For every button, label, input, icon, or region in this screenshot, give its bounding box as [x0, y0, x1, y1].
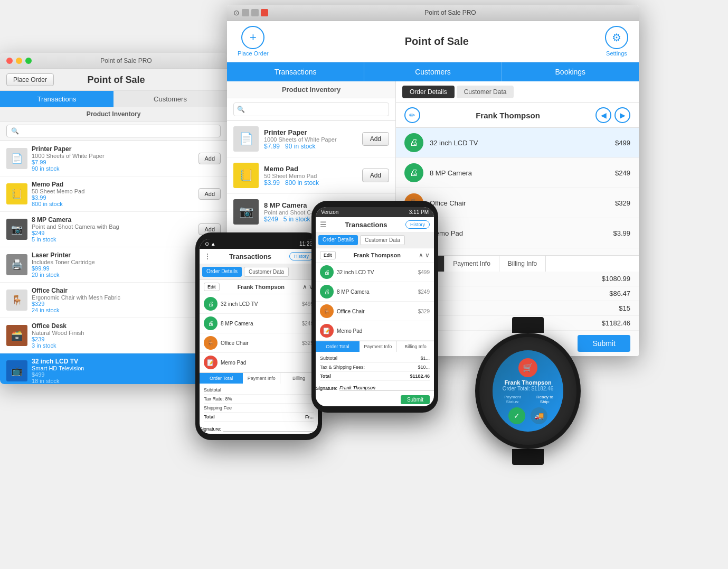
phone-left-order-item-2: 🪑 Office Chair $329 — [200, 333, 318, 353]
phone-right-history-btn[interactable]: History — [405, 220, 430, 229]
phone-left-order-name-1: 8 MP Camera — [221, 321, 299, 327]
desktop-nav-tab-bookings[interactable]: Bookings — [502, 62, 639, 81]
mac-close-btn[interactable] — [6, 58, 13, 64]
desktop-tab-customer-data[interactable]: Customer Data — [457, 86, 514, 98]
phone-right-signature-input[interactable] — [339, 385, 434, 391]
phone-left-edit-btn[interactable]: Edit — [204, 283, 220, 291]
desktop-settings-button[interactable]: ⚙ Settings — [605, 26, 628, 57]
desktop-order-price-0: $499 — [615, 139, 630, 147]
phone-left-screen: ⊙ ▲ 11:23 ⋮ Transactions History Order D… — [200, 239, 318, 434]
phone-right-customer-name: Frank Thompson — [338, 252, 416, 258]
phone-left-tab-payment[interactable]: Payment Info — [243, 373, 280, 384]
desktop-nav-tab-customers[interactable]: Customers — [364, 62, 502, 81]
phone-left-signature-input[interactable] — [223, 426, 318, 432]
phone-right-order-name-0: 32 inch LCD TV — [337, 269, 415, 275]
phone-left-order-name-0: 32 inch LCD TV — [221, 301, 299, 307]
mac-add-btn-1[interactable]: Add — [198, 188, 221, 200]
mac-place-order-button[interactable]: Place Order — [6, 73, 54, 86]
desktop-right-tabs: Order Details Customer Data — [396, 81, 639, 103]
mac-product-desc-3: Includes Toner Cartridge — [32, 259, 194, 265]
phone-right-chevron-up[interactable]: ∧ — [419, 251, 423, 259]
desktop-product-img-2: 📷 — [233, 199, 259, 225]
mac-search-container — [0, 122, 227, 141]
mac-section-header: Product Inventory — [0, 107, 227, 122]
desktop-maximize-btn[interactable] — [251, 9, 259, 16]
desktop-close-btn[interactable] — [261, 9, 268, 16]
phone-right-edit-btn[interactable]: Edit — [320, 251, 336, 259]
mac-maximize-btn[interactable] — [25, 58, 32, 64]
desktop-settings-icon: ⚙ — [605, 26, 628, 49]
phone-left-order-icon-2: 🪑 — [204, 336, 218, 350]
mac-product-name-2: 8 MP Camera — [32, 216, 194, 223]
mac-product-desc-0: 1000 Sheets of White Paper — [32, 153, 194, 159]
phone-left-order-name-2: Office Chair — [221, 340, 299, 346]
phone-left-history-btn[interactable]: History — [289, 252, 314, 260]
phone-right-chevron-down[interactable]: ∨ — [425, 251, 430, 259]
watch-payment-label: Payment Status: — [498, 395, 527, 404]
phone-left-order-icon-3: 📝 — [204, 356, 218, 369]
phone-left-order-name-3: Memo Pad — [221, 360, 310, 366]
mac-product-name-3: Laser Printer — [32, 251, 194, 259]
desktop-prev-customer[interactable]: ◀ — [595, 107, 611, 123]
phone-right-tab-order-total[interactable]: Order Total — [316, 341, 360, 352]
desktop-add-btn-0[interactable]: Add — [362, 132, 389, 146]
phone-right-submit-button[interactable]: Submit — [401, 395, 430, 404]
phone-left-order-item-0: 🖨 32 inch LCD TV $499 — [200, 294, 318, 314]
phone-left-order-icon-1: 🖨 — [204, 316, 218, 330]
phone-left-subtab-customer[interactable]: Customer Data — [244, 267, 289, 277]
desktop-place-order-button[interactable]: + Place Order — [238, 26, 269, 57]
watch-body: 🛒 Frank Thompson Order Total: $1182.46 P… — [475, 333, 581, 449]
desktop-add-btn-1[interactable]: Add — [362, 169, 389, 182]
desktop-tab-order-details[interactable]: Order Details — [402, 86, 455, 98]
phone-right-time: 3:11 PM — [409, 209, 429, 215]
desktop-next-customer[interactable]: ▶ — [614, 107, 630, 123]
desktop-app-title: Point of Sale — [405, 35, 469, 48]
watch-confirm-button[interactable]: ✓ — [508, 407, 525, 424]
phone-right-subtab-customer[interactable]: Customer Data — [360, 235, 405, 245]
phone-left-more-icon[interactable]: ⋮ — [204, 252, 211, 260]
phone-left-tab-order-total[interactable]: Order Total — [200, 373, 243, 384]
phone-right-customer-bar: Edit Frank Thompson ∧ ∨ — [316, 248, 434, 263]
watch-app-icon: 🛒 — [518, 358, 537, 377]
phone-left-bottom-tabs: Order Total Payment Info Billing — [200, 372, 318, 384]
desktop-totals-tab-billing[interactable]: Billing Info — [499, 256, 546, 272]
mac-search-input[interactable] — [6, 125, 221, 137]
phone-right-order-price-0: $499 — [418, 269, 430, 275]
watch-ship-button[interactable]: 🚚 — [531, 407, 547, 424]
phone-right-hamburger-icon[interactable]: ☰ — [320, 220, 327, 229]
phone-left-subtab-order[interactable]: Order Details — [202, 267, 242, 277]
desktop-settings-label: Settings — [606, 50, 627, 57]
desktop-edit-icon[interactable]: ✏ — [404, 107, 420, 123]
phone-left: ⊙ ▲ 11:23 ⋮ Transactions History Order D… — [195, 232, 322, 440]
mac-titlebar: Point of Sale PRO — [0, 53, 227, 69]
phone-left-status-bar: ⊙ ▲ 11:23 — [200, 239, 318, 249]
desktop-nav-tab-transactions[interactable]: Transactions — [227, 62, 364, 81]
phone-right-order-name-1: 8 MP Camera — [337, 289, 415, 295]
desktop-totals-tab-payment[interactable]: Payment Info — [445, 256, 499, 272]
desktop-window-icon: ⊙ — [233, 8, 240, 17]
desktop-search-input[interactable] — [233, 102, 389, 116]
mac-product-item-laser-printer: 🖨️ Laser Printer Includes Toner Cartridg… — [0, 247, 227, 283]
mac-minimize-btn[interactable] — [16, 58, 22, 64]
phone-right-screen: Verizon 3:11 PM ☰ Transactions History O… — [316, 207, 434, 406]
phone-right-tab-billing[interactable]: Billing Info — [397, 341, 434, 352]
phone-right-subtab-order[interactable]: Order Details — [318, 235, 358, 245]
mac-product-price-4: $32924 in stock — [32, 301, 194, 313]
desktop-order-name-3: Memo Pad — [430, 229, 607, 237]
mac-tab-customers[interactable]: Customers — [114, 91, 227, 107]
phone-right-signature-label: Signature: — [316, 386, 337, 391]
desktop-product-desc-1: 50 Sheet Memo Pad — [264, 173, 357, 179]
watch-band-bottom — [512, 449, 544, 465]
desktop-place-order-label: Place Order — [238, 50, 269, 57]
desktop-minimize-btn[interactable] — [242, 9, 249, 16]
phone-left-totals: Subtotal Tax Rate: 8% Shipping Fee Total… — [200, 384, 318, 424]
phone-left-total-row-shipping: Shipping Fee — [204, 404, 314, 413]
mac-add-btn-0[interactable]: Add — [198, 153, 221, 164]
phone-right-subtabs: Order Details Customer Data — [316, 232, 434, 248]
phone-left-chevron-up[interactable]: ∧ — [302, 283, 307, 291]
search-icon: 🔍 — [237, 106, 245, 113]
phone-right-total-tax: Tax & Shipping Fees:$10... — [320, 363, 430, 372]
phone-right-tab-payment[interactable]: Payment Info — [360, 341, 397, 352]
mac-product-list: 📄 Printer Paper 1000 Sheets of White Pap… — [0, 141, 227, 384]
mac-tab-transactions[interactable]: Transactions — [0, 91, 114, 107]
